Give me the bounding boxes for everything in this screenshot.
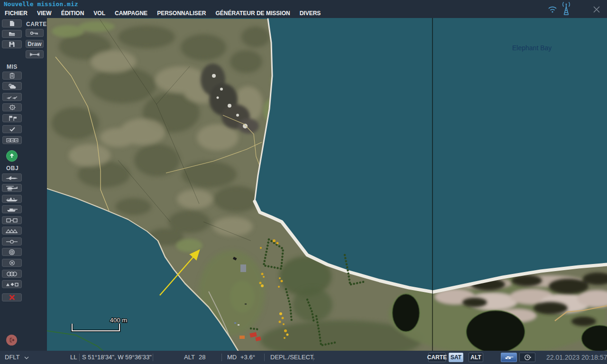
menu-generateur-de-mission[interactable]: GÉNÉRATEUR DE MISSION bbox=[211, 10, 295, 17]
draw-button-label: Draw bbox=[28, 41, 41, 47]
trigger-switch-icon bbox=[7, 94, 18, 100]
new-file-icon bbox=[8, 20, 16, 27]
units-visibility-button[interactable] bbox=[501, 353, 517, 362]
coord-mode-label: LL bbox=[70, 354, 77, 361]
mission-editor-window: { "window": { "title": "Nouvelle mission… bbox=[0, 0, 607, 364]
key-icon bbox=[30, 30, 39, 36]
window-title: Nouvelle mission.miz bbox=[4, 0, 78, 8]
ship-icon bbox=[5, 196, 18, 202]
profile-label: DFLT bbox=[5, 354, 19, 361]
crosshair-square-icon bbox=[9, 104, 16, 110]
add-fortification-button[interactable] bbox=[2, 227, 22, 235]
status-bar: DFLT LL S 51°18'34", W 59°36'33" ALT 28 … bbox=[0, 351, 607, 364]
exit-button[interactable] bbox=[6, 335, 17, 346]
three-circles-icon bbox=[6, 271, 18, 277]
flags-icon bbox=[8, 115, 17, 121]
briefing-button[interactable] bbox=[2, 72, 22, 80]
magdec-value: +3.6° bbox=[240, 354, 255, 361]
goals-button[interactable] bbox=[2, 125, 22, 133]
delete-object-button[interactable] bbox=[2, 293, 22, 301]
linked-squares-icon bbox=[6, 218, 18, 223]
obj-section-label: OBJ bbox=[6, 165, 18, 172]
bay-label: Elephant Bay bbox=[512, 44, 552, 52]
up-arrow-icon bbox=[9, 153, 15, 159]
add-static-object-button[interactable] bbox=[2, 216, 22, 224]
fly-mission-button[interactable] bbox=[6, 150, 18, 162]
menu-view[interactable]: VIEW bbox=[32, 10, 56, 17]
left-toolbar-panel: CARTE Draw MIS bbox=[0, 18, 47, 351]
map-viewport[interactable]: Elephant Bay 400 m bbox=[47, 18, 607, 351]
time-settings-button[interactable] bbox=[519, 353, 535, 362]
map-layer-alt-button[interactable]: ALT bbox=[469, 353, 483, 362]
mis-section-label: MIS bbox=[7, 64, 18, 70]
save-mission-button[interactable] bbox=[2, 40, 22, 48]
menu-bar: FICHIER VIEW ÉDITION VOL CAMPAGNE PERSON… bbox=[0, 9, 607, 18]
bullseye-icon bbox=[9, 249, 15, 255]
ruler-distance-icon bbox=[29, 52, 40, 57]
add-unit-groups-button[interactable] bbox=[2, 270, 22, 278]
menu-fichier[interactable]: FICHIER bbox=[0, 10, 32, 17]
fortification-icon bbox=[5, 228, 18, 234]
open-mission-button[interactable] bbox=[2, 30, 22, 38]
profile-dropdown[interactable]: DFLT bbox=[5, 354, 29, 361]
waypoint-icon bbox=[6, 239, 18, 245]
tank-toggle-icon bbox=[504, 355, 514, 360]
helicopter-icon bbox=[5, 185, 18, 191]
airplane-icon bbox=[5, 175, 18, 181]
add-waypoint-button[interactable] bbox=[2, 237, 22, 246]
flags-button[interactable] bbox=[2, 114, 22, 122]
mission-datetime: 22.01.2023 20:18:57 bbox=[546, 354, 607, 361]
sequence-button[interactable] bbox=[2, 136, 22, 144]
chain-sequence-icon bbox=[6, 137, 18, 143]
add-airplane-button[interactable] bbox=[2, 173, 22, 182]
add-shapes-button[interactable] bbox=[2, 280, 22, 288]
logout-icon bbox=[9, 337, 15, 343]
tank-icon bbox=[5, 207, 18, 212]
menu-campagne[interactable]: CAMPAGNE bbox=[110, 10, 152, 17]
chevron-down-icon bbox=[24, 356, 29, 359]
altitude-value: 28 bbox=[199, 354, 205, 361]
trigger-zone-button[interactable] bbox=[2, 103, 22, 111]
delete-x-icon bbox=[9, 294, 15, 300]
measure-distance-button[interactable] bbox=[26, 50, 44, 58]
magdec-label: MD bbox=[227, 354, 237, 361]
weather-button[interactable] bbox=[2, 82, 22, 90]
scale-label: 400 m bbox=[110, 317, 127, 324]
add-helicopter-button[interactable] bbox=[2, 184, 22, 192]
add-zone-button[interactable] bbox=[2, 259, 22, 267]
menu-edition[interactable]: ÉDITION bbox=[56, 10, 89, 17]
new-mission-button[interactable] bbox=[2, 19, 22, 27]
carte-section-label: CARTE bbox=[26, 21, 47, 27]
map-layer-sat-button[interactable]: SAT bbox=[449, 353, 463, 362]
title-bar: Nouvelle mission.miz bbox=[0, 0, 607, 9]
weather-cloud-icon bbox=[8, 83, 17, 89]
menu-personnaliser[interactable]: PERSONNALISER bbox=[152, 10, 211, 17]
menu-vol[interactable]: VOL bbox=[89, 10, 110, 17]
add-vehicle-button[interactable] bbox=[2, 205, 22, 213]
add-ship-button[interactable] bbox=[2, 195, 22, 203]
checkmark-icon bbox=[9, 127, 16, 132]
add-bullseye-button[interactable] bbox=[2, 248, 22, 256]
watch-icon bbox=[524, 354, 532, 361]
circle-x-icon bbox=[9, 260, 15, 266]
map-layer-carte-button[interactable]: CARTE bbox=[428, 353, 446, 362]
cursor-coordinates: S 51°18'34", W 59°36'33" bbox=[82, 354, 152, 361]
satellite-map: Elephant Bay 400 m bbox=[47, 18, 607, 351]
menu-divers[interactable]: DIVERS bbox=[295, 10, 326, 17]
triggers-button[interactable] bbox=[2, 93, 22, 101]
draw-button[interactable]: Draw bbox=[26, 40, 44, 48]
clipboard-icon bbox=[9, 73, 15, 79]
shapes-icon bbox=[5, 282, 18, 287]
map-options-key-button[interactable] bbox=[26, 29, 44, 37]
open-folder-icon bbox=[8, 31, 16, 37]
altitude-label: ALT bbox=[184, 354, 195, 361]
edit-mode-label: DEPL./SELECT. bbox=[270, 354, 315, 361]
save-floppy-icon bbox=[9, 41, 15, 47]
